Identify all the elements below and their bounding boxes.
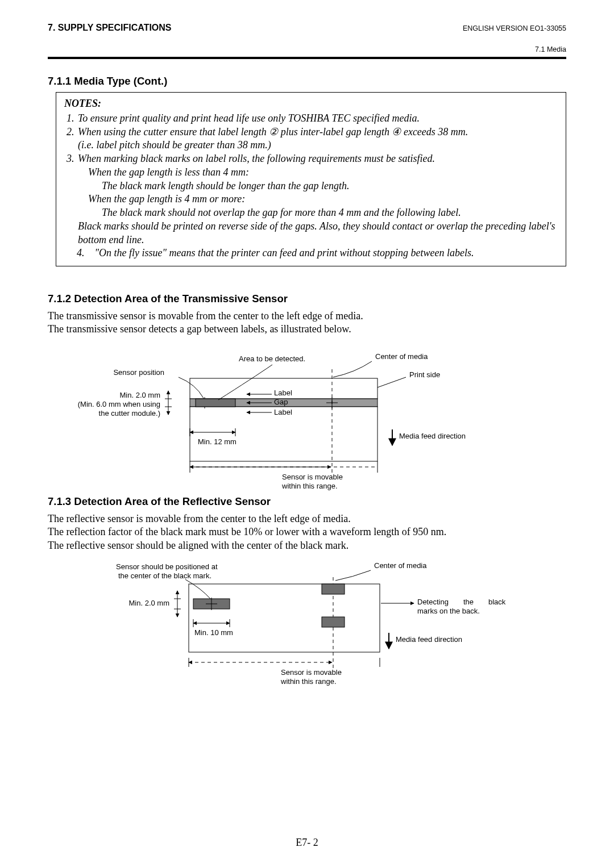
lbl2-movable-a: Sensor is movable — [281, 668, 342, 677]
header-subsection: 7.1 Media — [48, 45, 566, 53]
lbl2-detect-c: black — [488, 598, 506, 606]
lbl-min60a: (Min. 6.0 mm when using — [78, 400, 160, 408]
svg-rect-28 — [322, 617, 345, 627]
notes-heading: NOTES: — [64, 97, 558, 111]
svg-rect-27 — [322, 584, 345, 594]
note-1: To ensure print quality and print head l… — [77, 112, 558, 126]
svg-line-19 — [377, 377, 406, 387]
lbl2-min20: Min. 2.0 mm — [128, 599, 169, 607]
note-3-c: The black mark length should be longer t… — [102, 180, 558, 193]
section-713-title: 7.1.3 Detection Area of the Reflective S… — [48, 495, 566, 508]
figure-713: Sensor should be positioned at the cente… — [48, 560, 566, 690]
header-rule — [48, 57, 566, 59]
figure-712: Sensor position Area to be detected. Cen… — [48, 344, 566, 492]
note-4-text: "On the fly issue" means that the printe… — [95, 247, 474, 258]
lbl2-feed: Media feed direction — [396, 635, 462, 644]
lbl2-detect-b: the — [463, 598, 474, 606]
section-713-p3: The reflective sensor should be aligned … — [48, 539, 566, 552]
lbl-sensor-position: Sensor position — [113, 368, 164, 377]
lbl-center-media: Center of media — [375, 352, 428, 361]
lbl-movable-a: Sensor is movable — [282, 473, 343, 481]
note-2: When using the cutter ensure that label … — [77, 126, 558, 153]
lbl2-detect-d: marks on the back. — [417, 607, 480, 615]
lbl-movable-b: within this range. — [281, 482, 338, 490]
lbl2-center: Center of media — [374, 561, 427, 570]
circled-4-icon: ④ — [392, 126, 401, 139]
section-712-p1: The transmissive sensor is movable from … — [48, 310, 566, 323]
note-4: "On the fly issue" means that the printe… — [64, 247, 558, 260]
lbl2-sensor-a: Sensor should be positioned at — [116, 562, 218, 571]
svg-rect-9 — [196, 399, 235, 407]
note-3-f: Black marks should be printed on reverse… — [78, 220, 558, 247]
section-713-p1: The reflective sensor is movable from th… — [48, 512, 566, 525]
note-3-b: When the gap length is less than 4 mm: — [88, 166, 558, 180]
circled-2-icon: ② — [269, 126, 278, 139]
lbl-min60b: the cutter module.) — [99, 409, 160, 418]
page-number: E7- 2 — [0, 837, 614, 849]
section-713-p2: The reflection factor of the black mark … — [48, 525, 566, 539]
note-3-e: The black mark should not overlap the ga… — [102, 206, 558, 220]
lbl-min12: Min. 12 mm — [198, 437, 237, 446]
note-2-c: exceeds 38 mm. — [401, 126, 468, 137]
lbl-min20: Min. 2.0 mm — [119, 391, 160, 399]
note-3-a: When marking black marks on label rolls,… — [78, 153, 435, 164]
note-2-d: (i.e. label pitch should be greater than… — [78, 139, 558, 152]
svg-rect-24 — [189, 584, 380, 652]
section-711-title: 7.1.1 Media Type (Cont.) — [48, 75, 566, 87]
lbl-label-top: Label — [274, 389, 292, 397]
header-version: ENGLISH VERSION EO1-33055 — [463, 24, 566, 32]
svg-text:Detectingtheblack: Detectingtheblack — [417, 598, 506, 606]
lbl-gap: Gap — [274, 398, 288, 406]
section-712-p2: The transmissive sensor detects a gap be… — [48, 323, 566, 336]
lbl-feed: Media feed direction — [399, 432, 466, 440]
note-2-b: plus inter-label gap length — [278, 126, 392, 137]
lbl-label-bot: Label — [274, 408, 292, 416]
notes-box: NOTES: To ensure print quality and print… — [56, 92, 566, 266]
lbl2-min10: Min. 10 mm — [194, 628, 233, 637]
note-3: When marking black marks on label rolls,… — [77, 152, 558, 247]
lbl-area-detected: Area to be detected. — [239, 354, 305, 363]
lbl2-detect-a: Detecting — [417, 598, 449, 606]
section-712-title: 7.1.2 Detection Area of the Transmissive… — [48, 293, 566, 305]
lbl2-sensor-b: the center of the black mark. — [118, 571, 211, 580]
lbl2-movable-b: within this range. — [280, 677, 337, 686]
note-3-d: When the gap length is 4 mm or more: — [88, 193, 558, 206]
lbl-print-side: Print side — [409, 370, 440, 379]
header-chapter: 7. SUPPLY SPECIFICATIONS — [48, 23, 172, 33]
note-2-a: When using the cutter ensure that label … — [78, 126, 269, 137]
